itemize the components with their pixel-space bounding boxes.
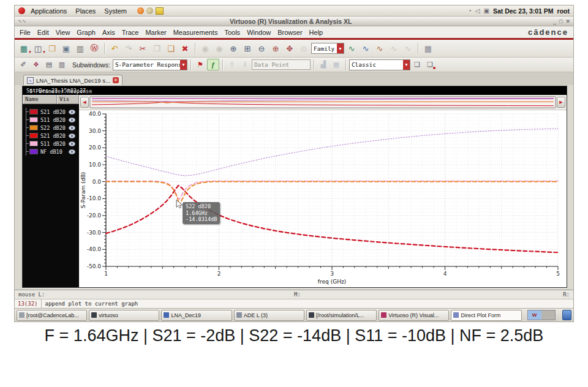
menu-edit[interactable]: Edit (37, 29, 49, 36)
notes-icon[interactable] (156, 7, 164, 15)
suite-icon[interactable] (146, 7, 153, 14)
zoom-in-icon[interactable]: ⊕ (227, 42, 240, 55)
plot-overlay-icon[interactable]: ∿ (359, 42, 372, 55)
close-button[interactable]: ✕ (565, 18, 570, 24)
graph-tab[interactable]: ∿ LNA_Thesis LNA_Dec19 s... ✕ (23, 75, 123, 85)
delete-icon[interactable]: ✖ (178, 42, 192, 55)
style-combo[interactable]: Classic▼ (349, 59, 410, 70)
menu-browser[interactable]: Browser (277, 29, 302, 36)
visibility-eye-icon[interactable] (69, 133, 75, 138)
undo-icon[interactable]: ↶ (108, 42, 121, 55)
window-titlebar[interactable]: ∿∿ Virtuoso (R) Visualization & Analysis… (15, 17, 573, 26)
paste-icon[interactable]: ❑ (164, 42, 178, 55)
taskbar-label: Direct Plot Form (461, 312, 500, 318)
firefox-icon[interactable] (137, 7, 144, 14)
redhat-menu-icon[interactable] (18, 7, 25, 14)
tab-close-icon[interactable]: ✕ (113, 77, 119, 83)
family-combo[interactable]: Family▼ (311, 43, 344, 54)
workspace-switcher[interactable]: W (527, 310, 556, 320)
delete-window-icon[interactable]: ❏ (424, 59, 436, 70)
plot-canvas[interactable]: 12345-50.0-40.0-30.0-20.0-10.00.010.020.… (79, 110, 567, 287)
menu-help[interactable]: Help (309, 29, 323, 36)
visibility-eye-icon[interactable] (69, 141, 75, 146)
clock[interactable]: Sat Dec 23, 3:01 PM (493, 7, 554, 15)
network-icon[interactable]: ▣ (483, 7, 489, 14)
zoom-x-icon[interactable]: ⊕ (269, 42, 282, 55)
new-graph-icon[interactable]: ▦▼ (17, 42, 31, 55)
visibility-eye-icon[interactable] (69, 110, 75, 115)
visibility-eye-icon[interactable] (69, 126, 75, 130)
visibility-eye-icon[interactable] (69, 149, 75, 154)
menu-measurements[interactable]: Measurements (173, 29, 218, 36)
data-point-input[interactable]: Data Point (252, 59, 311, 70)
zoom-out-icon[interactable]: ⊖ (255, 42, 268, 55)
marker-tooltip: S22 dB20 1.64GHz -14.0314dB (183, 202, 220, 224)
taskbar-item-root-simulation-l[interactable]: [/root/simulation/L... (306, 310, 377, 321)
legend-item-s11-db20-1[interactable]: S11 dB20 (26, 116, 79, 124)
family-combo-dropdown-icon[interactable]: ▼ (337, 43, 344, 53)
notification-icon[interactable]: ◔ (468, 7, 472, 14)
legend-item-nf-db10-5[interactable]: NF dB10 (26, 148, 79, 156)
print-icon[interactable]: ▥ (74, 42, 87, 55)
taskbar-item-direct-plot-form[interactable]: Direct Plot Form (451, 310, 521, 321)
trash-icon[interactable] (562, 310, 571, 320)
menu-graph[interactable]: Graph (77, 29, 96, 36)
plot-overview-strip[interactable]: ◀ ▶ (79, 95, 567, 110)
legend-label-s22-db20: S22 dB20 (40, 125, 69, 131)
legend-item-s11-db20-4[interactable]: S11 dB20 (26, 140, 79, 148)
save-icon[interactable]: ▣ (59, 42, 73, 55)
subwindows-combo-dropdown-icon[interactable]: ▼ (180, 60, 187, 70)
workspace-2[interactable] (541, 310, 555, 320)
taskbar-item-root-cadencelab[interactable]: [root@CadenceLab... (17, 310, 87, 321)
cards-icon[interactable]: ❖ (30, 59, 42, 70)
plot-strip-icon[interactable]: ∿ (345, 42, 358, 55)
legend-item-s21-db20-0[interactable]: S21 dB20 (26, 108, 79, 116)
minimize-button[interactable]: _ (553, 18, 556, 24)
taskbar-item-ade-l-3[interactable]: ADE L (3) (234, 310, 304, 321)
scroll-left-icon[interactable]: ◀ (80, 97, 89, 108)
flag-icon[interactable]: ⚑ (194, 59, 206, 70)
taskbar-item-virtuoso[interactable]: virtuoso (89, 310, 159, 321)
menu-tools[interactable]: Tools (224, 29, 240, 36)
legend-col-name[interactable]: Name (23, 95, 57, 104)
svg-text:-40.0: -40.0 (87, 246, 102, 252)
applications-menu[interactable]: Applications (28, 7, 70, 15)
taskbar-item-lna-dec19[interactable]: LNA_Dec19 (161, 310, 232, 321)
workspace-1[interactable]: W (528, 310, 541, 320)
wand-icon[interactable]: ✐ (17, 59, 29, 70)
volume-icon[interactable]: ◁ (475, 7, 480, 14)
export-image-icon[interactable]: Ⓦ (88, 42, 101, 55)
status-mouse-middle: M: (294, 291, 301, 298)
places-menu[interactable]: Places (72, 7, 99, 15)
zoom-fit-icon[interactable]: ⊞ (241, 42, 254, 55)
system-menu[interactable]: System (101, 7, 130, 15)
open-icon[interactable]: ❒ (45, 42, 59, 55)
cut-icon[interactable]: ✂ (136, 42, 149, 55)
style-combo-dropdown-icon[interactable]: ▼ (403, 60, 410, 70)
legend-col-vis[interactable]: Vis (57, 95, 79, 104)
scroll-right-icon[interactable]: ▶ (557, 97, 565, 108)
taskbar-label: [root@CadenceLab... (26, 312, 79, 318)
menu-file[interactable]: File (20, 29, 31, 36)
visibility-eye-icon[interactable] (69, 118, 75, 122)
table-view-icon[interactable]: ▦ (421, 42, 435, 55)
legend-item-s21-db20-3[interactable]: S21 dB20 (26, 132, 79, 140)
overview-miniature[interactable] (89, 96, 556, 108)
taskbar-item-virtuoso-r-visual[interactable]: Virtuoso (R) Visual... (379, 310, 449, 321)
copy-window-icon[interactable]: ❏ (411, 59, 423, 70)
menu-axis[interactable]: Axis (102, 29, 115, 36)
legend-item-s22-db20-2[interactable]: S22 dB20 (26, 124, 79, 132)
new-subwindow-icon[interactable]: ◫▼ (31, 42, 45, 55)
plot-composite-icon[interactable]: ∿ (373, 42, 386, 55)
menu-view[interactable]: View (56, 29, 70, 36)
maximize-button[interactable]: □ (559, 18, 562, 24)
subwindows-combo[interactable]: S-Parameter Response▼ (113, 59, 187, 70)
move-up-icon: ⇧ (226, 59, 238, 70)
menu-trace[interactable]: Trace (122, 29, 139, 36)
function-icon[interactable]: ƒ (207, 59, 219, 70)
menu-marker[interactable]: Marker (145, 29, 166, 36)
menu-window[interactable]: Window (247, 29, 271, 36)
split-horizontal-icon[interactable]: ▤ (43, 59, 55, 70)
split-vertical-icon[interactable]: ▥ (56, 59, 68, 70)
zoom-pan-icon[interactable]: ✥ (283, 42, 296, 55)
